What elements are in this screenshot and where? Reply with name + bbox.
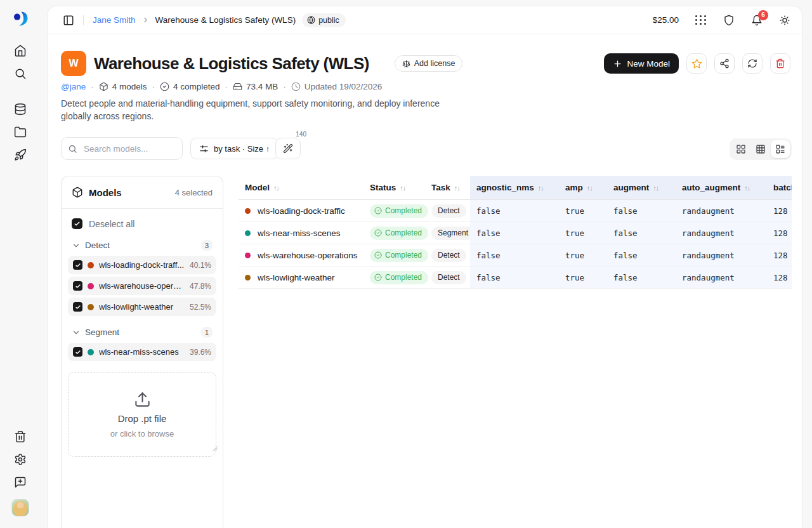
task-badge: Detect (431, 271, 466, 284)
model-color-dot (245, 253, 251, 258)
list-item[interactable]: wls-warehouse-operat... 47.8% (68, 277, 216, 295)
column-header[interactable]: augment↑↓ (607, 176, 676, 200)
checkbox-checked[interactable] (73, 260, 82, 270)
checkbox-checked[interactable] (73, 302, 82, 312)
table-row[interactable]: wls-lowlight-weather Completed Detect fa… (239, 267, 792, 289)
grid-2x2-icon (736, 144, 746, 154)
resize-grip-icon[interactable] (212, 446, 218, 452)
cell-agnostic-nms: false (470, 267, 559, 289)
refresh-icon (747, 58, 757, 69)
check-icon (75, 262, 81, 268)
cell-batch: 128 (767, 267, 792, 289)
checkbox-checked[interactable] (73, 347, 82, 357)
column-header[interactable]: amp↑↓ (559, 176, 607, 200)
sort-arrows-icon: ↑↓ (400, 184, 405, 192)
sidebar-toggle-icon[interactable] (63, 15, 74, 26)
apps-grid-icon[interactable] (695, 15, 707, 26)
plus-icon (613, 59, 622, 69)
table-row[interactable]: wls-warehouse-operations Completed Detec… (239, 244, 792, 267)
task-badge: Detect (431, 204, 466, 218)
project-header: W Warehouse & Logistics Safety (WLS) Add… (61, 51, 462, 76)
cell-agnostic-nms: false (470, 200, 559, 222)
refresh-button[interactable] (742, 53, 763, 74)
dropzone-title: Drop .pt file (118, 413, 167, 424)
share-button[interactable] (714, 53, 735, 74)
settings-gear-icon[interactable] (14, 453, 27, 466)
delete-project-button[interactable] (770, 53, 790, 74)
cell-augment: false (607, 222, 676, 244)
model-color-dot (245, 275, 251, 280)
checkbox-checked[interactable] (73, 281, 82, 291)
list-item[interactable]: wls-near-miss-scenes 39.6% (68, 343, 216, 361)
datasets-icon[interactable] (14, 103, 27, 116)
model-color-dot (88, 283, 94, 289)
view-toggle-group (730, 138, 792, 160)
breadcrumb-user-link[interactable]: Jane Smith (93, 15, 136, 25)
task-badge: Segment (431, 227, 475, 240)
chevron-down-icon (72, 241, 81, 250)
column-header[interactable]: agnostic_nms↑↓ (470, 176, 559, 200)
column-header[interactable]: Model↑↓ (239, 176, 363, 200)
visibility-label: public (318, 16, 339, 25)
project-description: Detect people and material-handling equi… (61, 97, 462, 122)
deselect-all-label: Deselect all (89, 219, 134, 229)
view-list-button[interactable] (771, 140, 790, 158)
group-label: Segment (85, 327, 119, 337)
brand-logo-icon[interactable] (12, 10, 29, 27)
column-header[interactable]: Status↑↓ (363, 176, 425, 200)
list-item[interactable]: wls-lowlight-weather 52.5% (68, 298, 216, 316)
balance-button[interactable]: $25.00 (653, 15, 679, 25)
group-header-detect[interactable]: Detect 3 (68, 232, 216, 256)
trash-icon (775, 58, 785, 69)
home-icon[interactable] (14, 44, 27, 57)
completed-count: 4 completed (160, 82, 220, 91)
table-grid-icon (756, 144, 766, 154)
group-header-segment[interactable]: Segment 1 (68, 319, 216, 343)
list-item[interactable]: wls-loading-dock-traff... 40.1% (68, 256, 216, 274)
owner-link[interactable]: @jane (61, 82, 86, 91)
model-color-dot (88, 262, 94, 268)
magic-wand-button[interactable]: 140 (275, 138, 301, 159)
model-name: wls-lowlight-weather (258, 273, 335, 282)
model-color-dot (88, 304, 94, 310)
checkbox-checked[interactable] (72, 218, 82, 229)
projects-folder-icon[interactable] (14, 126, 27, 138)
notifications-bell-icon[interactable]: 6 (751, 15, 763, 26)
table-row[interactable]: wls-loading-dock-traffic Completed Detec… (239, 200, 792, 222)
storage-size: 73.4 MB (233, 82, 278, 91)
trash-icon[interactable] (14, 430, 27, 443)
sort-filter-button[interactable]: by task · Size ↑ (190, 138, 278, 159)
feedback-icon[interactable] (14, 476, 27, 489)
cell-auto-augment: randaugment (676, 244, 767, 267)
breadcrumb-project: Warehouse & Logistics Safety (WLS) (155, 15, 296, 25)
file-dropzone[interactable]: Drop .pt file or click to browse (68, 372, 216, 457)
clock-icon (291, 82, 301, 91)
star-icon (691, 58, 702, 69)
project-avatar: W (61, 51, 86, 76)
view-table-button[interactable] (751, 140, 770, 158)
favorite-star-button[interactable] (686, 53, 707, 74)
new-model-button[interactable]: New Model (604, 53, 679, 74)
notification-count-badge: 6 (758, 10, 768, 20)
user-avatar[interactable] (11, 499, 29, 517)
theme-sun-icon[interactable] (779, 15, 790, 26)
column-header[interactable]: auto_augment↑↓ (676, 176, 767, 200)
search-input[interactable] (82, 143, 176, 154)
view-grid-button[interactable] (731, 140, 750, 158)
search-icon[interactable] (14, 67, 27, 80)
deploy-rocket-icon[interactable] (14, 148, 27, 161)
deselect-all-row[interactable]: Deselect all (68, 216, 216, 232)
sort-arrows-icon: ↑↓ (744, 184, 750, 192)
topbar: Jane Smith Warehouse & Logistics Safety … (48, 6, 802, 34)
panel-title: Models (89, 187, 122, 198)
model-metric: 47.8% (190, 282, 211, 291)
shield-icon[interactable] (723, 15, 735, 26)
column-header[interactable]: Task↑↓ (425, 176, 470, 200)
group-label: Detect (85, 241, 110, 250)
status-badge: Completed (370, 227, 428, 240)
add-license-button[interactable]: Add license (395, 55, 463, 72)
cell-batch: 128 (767, 200, 792, 222)
model-name: wls-lowlight-weather (99, 302, 185, 312)
table-row[interactable]: wls-near-miss-scenes Completed Segment f… (239, 222, 792, 244)
column-header[interactable]: batch (767, 176, 792, 200)
